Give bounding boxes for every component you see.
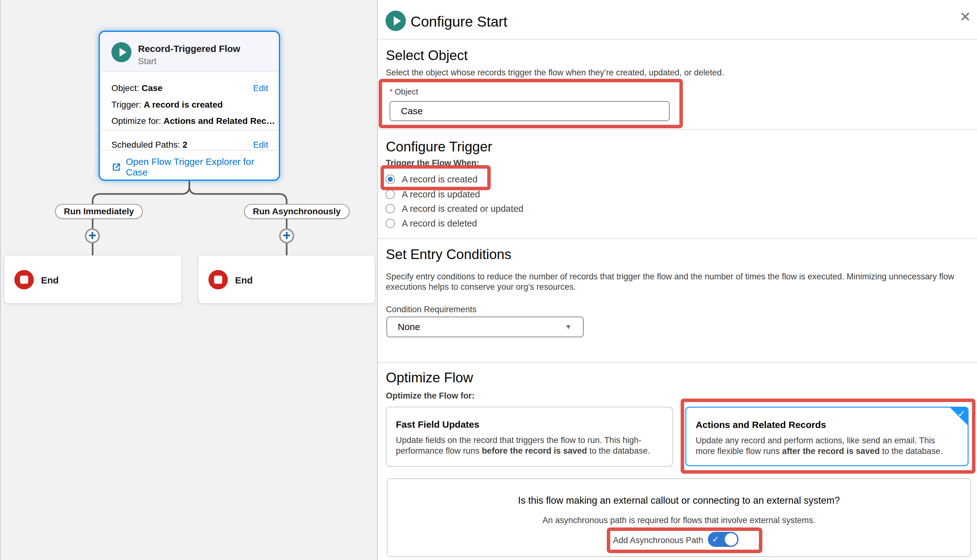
chevron-down-icon: ▼ [565, 323, 572, 331]
panel-play-icon [385, 11, 406, 31]
scheduled-paths-row: Scheduled Paths: 2 Edit [112, 140, 268, 150]
start-node-subtitle: Start [138, 56, 157, 66]
end-node-label: End [41, 275, 59, 286]
optimize-row-label: Optimize for: [112, 116, 161, 126]
desc-text: to the database. [587, 446, 650, 455]
entry-conditions-heading: Set Entry Conditions [386, 247, 511, 262]
toggle-knob[interactable] [725, 533, 737, 546]
external-link-icon [112, 162, 122, 172]
optimize-flow-heading: Optimize Flow [386, 370, 473, 385]
condition-requirements-value: None [398, 322, 420, 332]
edit-object-link[interactable]: Edit [253, 83, 268, 93]
optimize-for-label: Optimize the Flow for: [386, 391, 475, 401]
desc-bold-text: after the record is saved [782, 447, 880, 456]
start-optimize-row: Optimize for: Actions and Related Rec… [112, 116, 268, 126]
branch-label-text: Run Immediately [64, 207, 134, 217]
configure-trigger-heading: Configure Trigger [386, 139, 492, 155]
radio-label: A record is created or updated [402, 204, 524, 214]
flow-trigger-explorer-link[interactable]: Open Flow Trigger Explorer for Case [112, 157, 278, 178]
end-node-immediate[interactable]: End [4, 255, 182, 303]
radio-label: A record is updated [402, 189, 480, 200]
add-element-button-immediate[interactable]: + [85, 228, 100, 243]
async-note: An asynchronous path is required for flo… [387, 515, 971, 525]
selected-check-icon: ✓ [958, 408, 965, 419]
node-divider [101, 130, 278, 130]
toggle-check-icon: ✓ [712, 534, 719, 544]
option-card-description: Update any record and perform actions, l… [696, 435, 955, 457]
flow-trigger-explorer-label: Open Flow Trigger Explorer for Case [126, 157, 278, 178]
start-object-row: Object: Case Edit [112, 83, 268, 93]
entry-conditions-description: Specify entry conditions to reduce the n… [386, 272, 974, 292]
radio-label: A record is deleted [402, 218, 477, 229]
start-node-title: Record-Triggered Flow [138, 43, 240, 54]
select-object-heading: Select Object [386, 48, 468, 63]
option-card-description: Update fields on the record that trigger… [396, 435, 671, 456]
panel-title: Configure Start [410, 13, 507, 30]
select-object-description: Select the object whose records trigger … [386, 68, 724, 78]
edit-scheduled-paths-link[interactable]: Edit [253, 140, 268, 150]
start-node-card: Record-Triggered Flow Start Object: Case… [101, 33, 278, 178]
desc-text: to the database. [880, 447, 943, 456]
optimize-row-value: Actions and Related Rec… [163, 116, 275, 126]
radio-button[interactable] [385, 204, 395, 213]
start-play-icon [112, 42, 132, 62]
trigger-row-label: Trigger: [112, 100, 141, 110]
add-async-path-toggle[interactable]: ✓ [708, 532, 739, 547]
start-trigger-row: Trigger: A record is created [112, 100, 268, 110]
scheduled-paths-value: 2 [182, 140, 187, 150]
scheduled-paths-label: Scheduled Paths: [112, 140, 180, 150]
condition-requirements-select[interactable]: None ▼ [387, 317, 584, 337]
option-card-actions-related-records[interactable]: ✓ Actions and Related Records Update any… [685, 407, 969, 466]
radio-record-deleted[interactable]: A record is deleted [385, 218, 477, 228]
condition-requirements-label: Condition Requirements [386, 305, 477, 314]
end-node-async[interactable]: End [198, 255, 375, 303]
radio-record-created[interactable]: A record is created [385, 174, 478, 184]
flow-builder-screen: Record-Triggered Flow Start Object: Case… [0, 0, 977, 560]
branch-label-run-asynchronously: Run Asynchronously [244, 204, 350, 219]
radio-label: A record is created [402, 174, 478, 185]
end-stop-icon [208, 270, 228, 289]
node-divider [101, 150, 278, 150]
option-card-title: Actions and Related Records [696, 420, 826, 430]
async-question: Is this flow making an external callout … [387, 495, 971, 506]
end-node-label: End [235, 275, 253, 286]
required-asterisk: * [390, 87, 393, 97]
object-row-value: Case [142, 83, 162, 93]
async-toggle-label: Add Asynchronous Path [612, 536, 703, 545]
section-divider [378, 39, 977, 39]
option-card-title: Fast Field Updates [396, 419, 479, 430]
object-input-value: Case [401, 106, 423, 117]
flow-canvas[interactable]: Record-Triggered Flow Start Object: Case… [0, 0, 377, 560]
trigger-row-value: A record is created [143, 100, 223, 110]
object-field-label: *Object [390, 87, 418, 97]
radio-dot [388, 177, 393, 182]
radio-button[interactable] [385, 219, 395, 228]
trigger-when-label: Trigger the Flow When: [386, 158, 479, 168]
add-element-button-async[interactable]: + [279, 228, 294, 243]
section-divider [378, 238, 977, 239]
object-input[interactable]: Case [390, 101, 670, 121]
object-field-label-text: Object [395, 87, 418, 97]
close-icon[interactable]: ✕ [959, 10, 971, 24]
end-stop-icon [14, 270, 34, 289]
section-divider [378, 129, 977, 130]
start-node[interactable]: Record-Triggered Flow Start Object: Case… [98, 31, 280, 181]
radio-record-updated[interactable]: A record is updated [385, 189, 480, 199]
section-divider [378, 362, 977, 363]
start-node-header: Record-Triggered Flow Start [101, 33, 278, 72]
radio-button-selected[interactable] [385, 175, 395, 184]
desc-bold-text: before the record is saved [482, 446, 587, 455]
object-row-label: Object: [112, 83, 139, 93]
option-card-fast-field-updates[interactable]: Fast Field Updates Update fields on the … [386, 407, 673, 467]
radio-button[interactable] [385, 190, 395, 199]
radio-record-created-or-updated[interactable]: A record is created or updated [385, 204, 524, 214]
branch-label-run-immediately: Run Immediately [55, 204, 143, 219]
branch-label-text: Run Asynchronously [253, 207, 341, 217]
